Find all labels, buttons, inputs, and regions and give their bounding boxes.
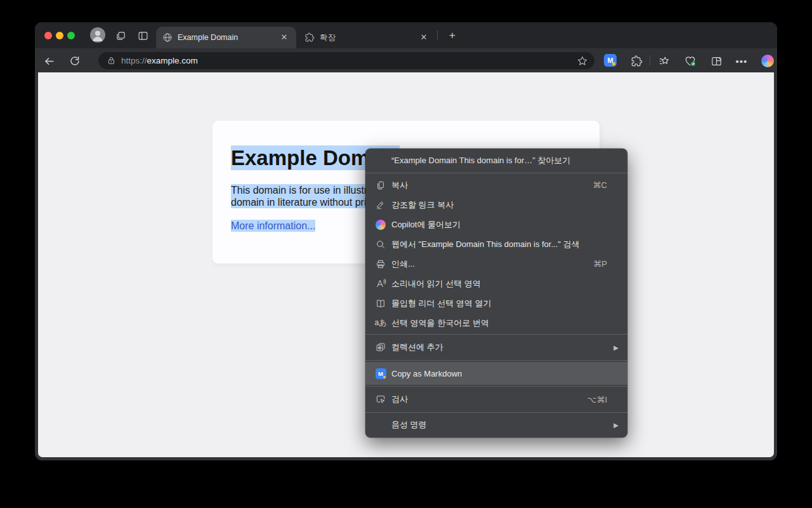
- menu-item-label: 컬렉션에 추가: [391, 342, 443, 353]
- menu-item-copy-as-markdown[interactable]: M Copy as Markdown: [365, 362, 627, 385]
- menu-item-label: 몰입형 리더 선택 영역 열기: [391, 298, 491, 309]
- menu-item-label: 검사: [391, 394, 408, 405]
- tab-title: Example Domain: [178, 33, 278, 42]
- stacked-tabs-icon: [115, 30, 126, 41]
- person-icon: [90, 27, 105, 43]
- copy-icon: [374, 179, 387, 192]
- sidebar-icon: [138, 30, 148, 41]
- menu-item-web-search[interactable]: 웹에서 "Example Domain This domain is for..…: [365, 234, 627, 254]
- menu-item-ask-copilot[interactable]: Copilot에 물어보기: [365, 215, 627, 234]
- menu-group-main: 복사 ⌘C 강조할 링크 복사 Copilot에 물어보기 웹에서 "Examp…: [365, 173, 627, 333]
- layout-grid-icon: [710, 55, 723, 67]
- translate-icon: aあ: [374, 317, 387, 330]
- context-menu: “Example Domain This domain is for…” 찾아보…: [365, 149, 627, 438]
- zoom-window-button[interactable]: [67, 32, 75, 39]
- collections-add-icon: [374, 341, 387, 354]
- menu-item-label: 소리내어 읽기 선택 영역: [391, 278, 481, 290]
- tab-example-domain[interactable]: Example Domain ✕: [156, 27, 296, 48]
- favorites-button[interactable]: [657, 53, 672, 69]
- menu-item-label: Copilot에 물어보기: [391, 219, 461, 231]
- browser-essentials-button[interactable]: [683, 53, 698, 69]
- menu-item-label: 복사: [391, 180, 408, 191]
- star-icon: [577, 55, 588, 67]
- split-screen-button[interactable]: [709, 53, 724, 69]
- url-scheme: https://: [121, 56, 147, 65]
- menu-item-label: 선택 영역을 한국어로 번역: [391, 318, 489, 329]
- menu-item-immersive-reader[interactable]: 몰입형 리더 선택 영역 열기: [365, 293, 627, 313]
- menu-divider: [365, 360, 627, 361]
- menu-item-copy[interactable]: 복사 ⌘C: [365, 175, 627, 195]
- navigation-toolbar: https://example.com M: [35, 48, 777, 72]
- submenu-arrow-icon: ▶: [613, 344, 619, 351]
- tab-strip: Example Domain ✕ 확장 ✕ +: [35, 22, 777, 48]
- new-tab-button[interactable]: +: [445, 29, 459, 43]
- menu-shortcut: ⌘P: [593, 259, 619, 269]
- menu-item-label: Copy as Markdown: [391, 369, 462, 378]
- arrow-left-icon: [43, 55, 55, 67]
- copilot-icon: [761, 55, 774, 67]
- menu-divider: [365, 412, 627, 413]
- browser-window: Example Domain ✕ 확장 ✕ +: [35, 22, 777, 460]
- puzzle-icon: [631, 55, 643, 67]
- profile-avatar[interactable]: [90, 27, 105, 43]
- url-host: example.com: [147, 56, 198, 65]
- more-information-link[interactable]: More information...: [231, 220, 315, 232]
- markdown-extension-icon: M: [374, 367, 387, 380]
- settings-more-button[interactable]: •••: [734, 53, 749, 69]
- copy-as-markdown-extension-button[interactable]: M: [604, 54, 617, 67]
- menu-item-lookup[interactable]: “Example Domain This domain is for…” 찾아보…: [365, 149, 627, 173]
- inspect-icon: [374, 393, 387, 406]
- address-bar[interactable]: https://example.com: [98, 52, 594, 69]
- tab-actions-button[interactable]: [114, 29, 127, 42]
- menu-item-label: 강조할 링크 복사: [391, 199, 454, 211]
- menu-item-read-aloud[interactable]: 소리내어 읽기 선택 영역: [365, 274, 627, 293]
- menu-item-add-to-collections[interactable]: 컬렉션에 추가 ▶: [365, 336, 627, 359]
- extensions-button[interactable]: [629, 53, 644, 69]
- ellipsis-icon: •••: [736, 56, 748, 67]
- puzzle-icon: [304, 32, 315, 43]
- refresh-button[interactable]: [67, 53, 82, 69]
- globe-icon: [162, 32, 173, 43]
- back-button[interactable]: [41, 53, 56, 69]
- menu-shortcut: ⌘C: [593, 180, 619, 190]
- menu-item-copy-highlight-link[interactable]: 강조할 링크 복사: [365, 195, 627, 215]
- copilot-icon: [374, 218, 387, 231]
- copilot-button[interactable]: [760, 53, 775, 69]
- refresh-icon: [69, 55, 81, 67]
- menu-divider: [365, 386, 627, 387]
- toolbar-separator: [650, 56, 650, 66]
- bookmark-page-button[interactable]: [577, 55, 588, 67]
- menu-item-label: 웹에서 "Example Domain This domain is for..…: [391, 239, 580, 250]
- tab-extensions[interactable]: 확장 ✕: [298, 27, 436, 48]
- menu-shortcut: ⌥⌘I: [587, 395, 619, 404]
- tab-close-button[interactable]: ✕: [418, 32, 429, 43]
- heart-pulse-icon: [684, 55, 697, 67]
- lock-icon[interactable]: [107, 56, 116, 65]
- menu-item-voice-commands[interactable]: 음성 명령 ▶: [365, 414, 627, 436]
- menu-item-label: 인쇄...: [391, 258, 415, 270]
- submenu-arrow-icon: ▶: [613, 422, 619, 429]
- immersive-reader-icon: [374, 297, 387, 310]
- close-window-button[interactable]: [44, 32, 52, 39]
- notification-dot: [612, 62, 615, 65]
- minimize-window-button[interactable]: [56, 32, 63, 39]
- sidebar-toggle-button[interactable]: [136, 29, 149, 42]
- url-text: https://example.com: [121, 56, 577, 65]
- menu-item-label: 음성 명령: [391, 419, 427, 431]
- tab-title: 확장: [320, 32, 418, 43]
- selected-link-text: More information...: [231, 220, 315, 232]
- favorites-star-icon: [658, 55, 671, 67]
- tab-close-button[interactable]: ✕: [278, 32, 290, 43]
- menu-item-print[interactable]: 인쇄... ⌘P: [365, 254, 627, 274]
- highlight-link-icon: [374, 199, 387, 211]
- menu-item-inspect[interactable]: 검사 ⌥⌘I: [365, 388, 627, 411]
- read-aloud-icon: [374, 277, 387, 290]
- printer-icon: [374, 258, 387, 271]
- menu-divider: [365, 334, 627, 335]
- search-icon: [374, 238, 387, 251]
- tab-separator: [437, 30, 438, 40]
- menu-item-translate[interactable]: aあ 선택 영역을 한국어로 번역: [365, 313, 627, 333]
